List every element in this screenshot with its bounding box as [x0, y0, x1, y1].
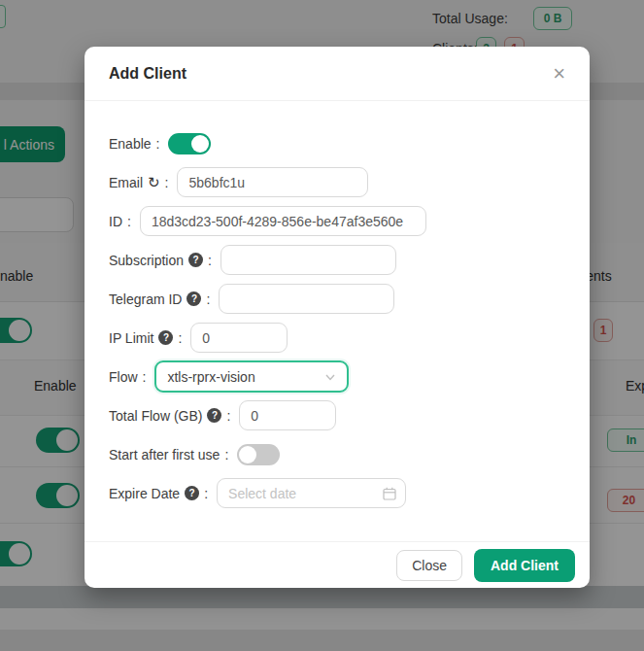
chevron-down-icon	[324, 371, 336, 383]
id-row: ID:	[109, 206, 565, 236]
start-after-first-use-row: Start after first use:	[109, 439, 565, 469]
add-client-button[interactable]: Add Client	[474, 549, 575, 582]
total-flow-label: Total Flow (GB) ?:	[109, 408, 230, 424]
expire-date-row: Expire Date ?:	[109, 478, 565, 508]
ip-limit-input[interactable]	[190, 323, 288, 353]
add-client-modal: Add Client × Enable: Email ↻: ID:	[85, 47, 590, 588]
email-input[interactable]	[177, 167, 368, 197]
modal-body: Enable: Email ↻: ID: Subscription ?:	[85, 101, 590, 541]
expire-date-label: Expire Date ?:	[109, 486, 208, 501]
modal-header: Add Client ×	[85, 47, 590, 101]
enable-row: Enable:	[109, 128, 565, 158]
help-icon[interactable]: ?	[158, 330, 173, 345]
start-after-first-use-toggle[interactable]	[237, 444, 280, 465]
subscription-label: Subscription ?:	[109, 253, 212, 268]
total-flow-row: Total Flow (GB) ?:	[109, 400, 565, 430]
modal-footer: Close Add Client	[85, 541, 590, 588]
close-icon[interactable]: ×	[553, 63, 565, 85]
help-icon[interactable]: ?	[185, 486, 199, 500]
help-icon[interactable]: ?	[186, 291, 201, 306]
total-flow-input[interactable]	[239, 400, 336, 430]
email-row: Email ↻:	[109, 167, 565, 197]
id-input[interactable]	[140, 206, 426, 236]
telegram-row: Telegram ID ?:	[109, 284, 565, 314]
flow-selected-value: xtls-rprx-vision	[167, 369, 254, 385]
telegram-label: Telegram ID ?:	[109, 291, 210, 307]
help-icon[interactable]: ?	[207, 408, 221, 423]
enable-toggle[interactable]	[168, 133, 211, 154]
subscription-input[interactable]	[220, 245, 396, 275]
ip-limit-row: IP Limit ?:	[109, 323, 565, 353]
modal-title: Add Client	[109, 65, 186, 83]
expire-date-input[interactable]	[217, 478, 406, 508]
flow-row: Flow: xtls-rprx-vision	[109, 361, 565, 392]
refresh-email-icon[interactable]: ↻	[148, 175, 160, 189]
email-label: Email ↻:	[109, 175, 168, 190]
flow-select[interactable]: xtls-rprx-vision	[154, 360, 349, 393]
close-button[interactable]: Close	[396, 550, 462, 581]
start-after-first-use-label: Start after first use:	[109, 447, 228, 463]
toggle-knob	[239, 446, 256, 463]
telegram-id-input[interactable]	[219, 284, 394, 314]
ip-limit-label: IP Limit ?:	[109, 330, 182, 346]
enable-label: Enable:	[109, 136, 159, 152]
flow-label: Flow:	[109, 369, 146, 385]
subscription-row: Subscription ?:	[109, 245, 565, 275]
help-icon[interactable]: ?	[188, 253, 203, 267]
toggle-knob	[191, 135, 209, 153]
expire-date-picker[interactable]	[217, 478, 406, 508]
id-label: ID:	[109, 214, 131, 229]
